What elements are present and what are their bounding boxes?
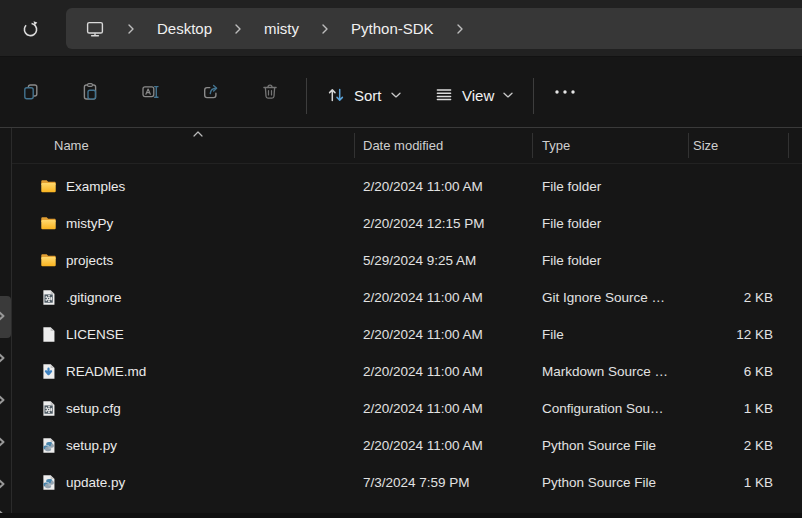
rename-button[interactable] (141, 82, 161, 102)
file-name[interactable]: .gitignore (66, 279, 346, 316)
markdown-file-icon (40, 353, 57, 390)
paste-button[interactable] (81, 82, 101, 102)
python-file-icon (40, 427, 57, 464)
gear-file-icon (40, 390, 57, 427)
refresh-button[interactable] (17, 16, 43, 42)
share-button[interactable] (201, 82, 221, 102)
file-type: Configuration Sou… (542, 390, 684, 427)
sort-arrows-icon (326, 85, 346, 105)
breadcrumb-chevron-icon[interactable] (234, 23, 242, 35)
file-size: 6 KB (688, 353, 773, 390)
file-row[interactable]: README.md 2/20/2024 11:00 AM Markdown So… (0, 353, 802, 390)
file-row[interactable]: mistyPy 2/20/2024 12:15 PM File folder (0, 205, 802, 242)
breadcrumb-chevron-icon[interactable] (127, 23, 135, 35)
column-header-date-modified[interactable]: Date modified (363, 128, 523, 163)
file-icon (40, 316, 57, 353)
file-row[interactable]: Examples 2/20/2024 11:00 AM File folder (0, 168, 802, 205)
file-date-modified: 2/20/2024 11:00 AM (363, 390, 528, 427)
view-dropdown-button[interactable]: View (434, 76, 514, 114)
file-date-modified: 2/20/2024 11:00 AM (363, 427, 528, 464)
file-name[interactable]: projects (66, 242, 346, 279)
top-chrome-bar: Desktop misty Python-SDK (0, 0, 802, 57)
file-type: File folder (542, 168, 684, 205)
file-type: Git Ignore Source … (542, 279, 684, 316)
column-divider[interactable] (788, 133, 789, 158)
paste-icon (81, 82, 101, 102)
file-type: File folder (542, 205, 684, 242)
column-header-type[interactable]: Type (542, 128, 680, 163)
file-type: File folder (542, 242, 684, 279)
file-date-modified: 2/20/2024 11:00 AM (363, 316, 528, 353)
column-header-name[interactable]: Name (54, 128, 344, 163)
file-size (688, 168, 773, 205)
file-row[interactable]: setup.py 2/20/2024 11:00 AM Python Sourc… (0, 427, 802, 464)
delete-icon (260, 82, 280, 102)
file-type: Python Source File (542, 427, 684, 464)
share-icon (201, 82, 221, 102)
file-date-modified: 5/29/2024 9:25 AM (363, 242, 528, 279)
file-type: File (542, 316, 684, 353)
toolbar-separator (533, 78, 534, 114)
file-row[interactable]: update.py 7/3/2024 7:59 PM Python Source… (0, 464, 802, 501)
window-bottom-edge (0, 513, 802, 518)
file-row[interactable]: projects 5/29/2024 9:25 AM File folder (0, 242, 802, 279)
file-date-modified: 2/20/2024 11:00 AM (363, 353, 528, 390)
breadcrumb-chevron-icon[interactable] (456, 23, 464, 35)
file-size: 2 KB (688, 279, 773, 316)
see-more-button[interactable] (549, 82, 581, 102)
file-type: Python Source File (542, 464, 684, 501)
file-name[interactable]: update.py (66, 464, 346, 501)
file-size: 12 KB (688, 316, 773, 353)
breadcrumb-misty[interactable]: misty (264, 20, 299, 37)
copy-button[interactable] (21, 82, 41, 102)
file-date-modified: 2/20/2024 12:15 PM (363, 205, 528, 242)
view-details-icon (434, 85, 454, 105)
copy-icon (21, 82, 41, 102)
folder-icon (40, 242, 57, 279)
file-size: 1 KB (688, 464, 773, 501)
chevron-down-icon (390, 91, 402, 99)
file-name[interactable]: setup.cfg (66, 390, 346, 427)
column-header-row: Name Date modified Type Size (0, 127, 802, 164)
file-size (688, 242, 773, 279)
column-divider[interactable] (354, 133, 355, 158)
gear-file-icon (40, 279, 57, 316)
address-bar[interactable]: Desktop misty Python-SDK (66, 8, 802, 49)
file-row[interactable]: .gitignore 2/20/2024 11:00 AM Git Ignore… (0, 279, 802, 316)
sort-label: Sort (354, 87, 382, 104)
python-file-icon (40, 464, 57, 501)
refresh-icon (20, 19, 41, 40)
file-date-modified: 2/20/2024 11:00 AM (363, 168, 528, 205)
file-name[interactable]: README.md (66, 353, 346, 390)
column-divider[interactable] (688, 133, 689, 158)
file-size: 2 KB (688, 427, 773, 464)
file-explorer-window: { "address_bar": { "location_icon": "thi… (0, 0, 802, 518)
more-ellipsis-icon (553, 89, 577, 95)
folder-icon (40, 168, 57, 205)
column-header-size[interactable]: Size (693, 128, 779, 163)
delete-button[interactable] (260, 82, 280, 102)
sort-dropdown-button[interactable]: Sort (326, 76, 402, 114)
file-size (688, 205, 773, 242)
command-toolbar: Sort View (0, 57, 802, 127)
file-name[interactable]: Examples (66, 168, 346, 205)
file-name[interactable]: LICENSE (66, 316, 346, 353)
file-list: Examples 2/20/2024 11:00 AM File folder … (0, 168, 802, 501)
rename-icon (141, 82, 161, 102)
file-name[interactable]: setup.py (66, 427, 346, 464)
file-row[interactable]: setup.cfg 2/20/2024 11:00 AM Configurati… (0, 390, 802, 427)
breadcrumb-python-sdk[interactable]: Python-SDK (351, 20, 434, 37)
breadcrumb-desktop[interactable]: Desktop (157, 20, 212, 37)
chevron-down-icon (502, 91, 514, 99)
file-row[interactable]: LICENSE 2/20/2024 11:00 AM File 12 KB (0, 316, 802, 353)
file-size: 1 KB (688, 390, 773, 427)
file-type: Markdown Source … (542, 353, 684, 390)
folder-icon (40, 205, 57, 242)
view-label: View (462, 87, 494, 104)
this-pc-monitor-icon (85, 19, 105, 39)
toolbar-separator (306, 78, 307, 114)
breadcrumb-chevron-icon[interactable] (321, 23, 329, 35)
file-date-modified: 7/3/2024 7:59 PM (363, 464, 528, 501)
column-divider[interactable] (532, 133, 533, 158)
file-name[interactable]: mistyPy (66, 205, 346, 242)
